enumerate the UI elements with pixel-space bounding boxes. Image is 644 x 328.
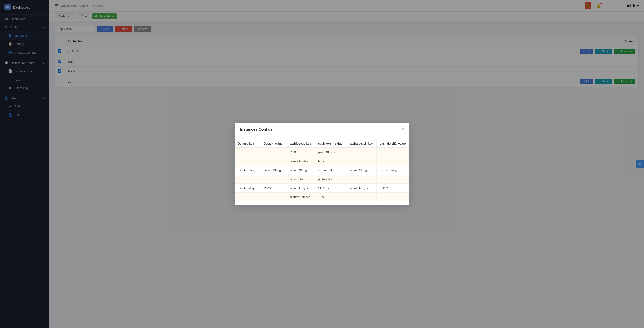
modal-col-cashalo-sit2-value: cashalo-sit2_value (376, 140, 410, 148)
modal-table-cell: oriente.boolean (286, 157, 315, 166)
modal-table-cell: oriente.Integer (234, 184, 260, 193)
modal-table-cell (376, 148, 410, 157)
modal-table-cell: 1024 (315, 193, 346, 202)
modal-close-button[interactable]: × (402, 127, 404, 132)
modal-table-cell: oriente.String (346, 166, 376, 175)
modal-table-cell: oriente2.Integer (286, 193, 315, 202)
modal-col-default-key: Default_key (234, 140, 260, 148)
modal-col-default-value: Default_value (260, 140, 286, 148)
modal-table-cell: 22222 (376, 184, 410, 193)
modal-table-cell (376, 193, 410, 202)
modal-table-cell: p2p001 (286, 148, 315, 157)
modal-table-cell (346, 157, 376, 166)
modal-table-cell: oriente.Integer (346, 184, 376, 193)
modal-table-cell (346, 175, 376, 184)
modal-header: Instances Configs × (234, 123, 410, 136)
modal-table-cell: oriente.Integer (286, 184, 315, 193)
modal-table-cell: 1111sss (315, 184, 346, 193)
modal-table-cell: oriente.String (260, 166, 286, 175)
modal-table-cell: prefix.value (286, 175, 315, 184)
modal-table-cell (376, 157, 410, 166)
modal-table-cell: p2p_001_xxx (315, 148, 346, 157)
modal-table-cell (376, 175, 410, 184)
modal-body: Default_key Default_value cashlao-sit_ke… (234, 136, 410, 205)
modal-table-cell: oriente.String (234, 166, 260, 175)
modal-overlay[interactable]: Instances Configs × Default_key Default_… (0, 0, 644, 328)
modal-table-cell: 22222 (260, 184, 286, 193)
modal-col-cashlao-sit-value: cashlao-sit_value (315, 140, 346, 148)
modal-table-cell (234, 175, 260, 184)
instances-configs-table: Default_key Default_value cashlao-sit_ke… (234, 140, 410, 202)
modal-table-cell (234, 193, 260, 202)
modal-table-cell (260, 148, 286, 157)
modal-title: Instances Configs (240, 127, 273, 132)
modal-table-cell (234, 148, 260, 157)
modal-table-cell: false (315, 157, 346, 166)
modal-table-cell: oriente.String (376, 166, 410, 175)
modal-table-cell (260, 157, 286, 166)
modal-table-cell (346, 148, 376, 157)
modal-table-cell (346, 193, 376, 202)
modal-table-cell: prefix.value (315, 175, 346, 184)
modal-col-cashlao-sit-key: cashlao-sit_key (286, 140, 315, 148)
modal-table-cell (260, 193, 286, 202)
modal-col-cashalo-sit2-key: cashalo-sit2_key (346, 140, 376, 148)
modal-table-cell: oriente.String (286, 166, 315, 175)
modal-table-cell: cashalo-sit (315, 166, 346, 175)
modal-table-cell (234, 157, 260, 166)
modal-table-cell (260, 175, 286, 184)
instances-configs-modal: Instances Configs × Default_key Default_… (234, 123, 410, 205)
